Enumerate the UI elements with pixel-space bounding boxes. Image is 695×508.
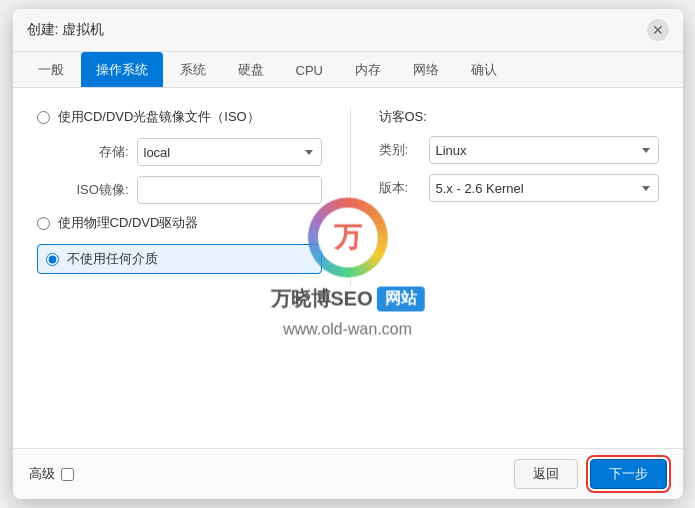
tab-disk[interactable]: 硬盘: [223, 52, 279, 87]
visitor-os-label: 访客OS:: [379, 108, 659, 126]
storage-select[interactable]: locallocal-lvm: [137, 138, 322, 166]
radio-physical-option[interactable]: 使用物理CD/DVD驱动器: [37, 214, 322, 232]
storage-label: 存储:: [59, 143, 129, 161]
advanced-checkbox[interactable]: [61, 468, 74, 481]
radio-iso-label: 使用CD/DVD光盘镜像文件（ISO）: [58, 108, 260, 126]
tab-os[interactable]: 操作系统: [81, 52, 163, 87]
right-column: 访客OS: 类别: LinuxWindowsOther 版本: 5.x - 2.…: [379, 108, 659, 286]
radio-iso[interactable]: [37, 111, 50, 124]
left-column: 使用CD/DVD光盘镜像文件（ISO） 存储: locallocal-lvm I…: [37, 108, 322, 286]
version-label: 版本:: [379, 179, 421, 197]
radio-iso-option[interactable]: 使用CD/DVD光盘镜像文件（ISO）: [37, 108, 322, 126]
version-row: 版本: 5.x - 2.6 Kernel4.x/3.x/2.6 KernelOt…: [379, 174, 659, 202]
radio-physical[interactable]: [37, 217, 50, 230]
category-select[interactable]: LinuxWindowsOther: [429, 136, 659, 164]
tab-memory[interactable]: 内存: [340, 52, 396, 87]
radio-none[interactable]: [46, 253, 59, 266]
category-label: 类别:: [379, 141, 421, 159]
watermark-brand-highlight: 网站: [377, 287, 425, 312]
title-bar-left: 创建: 虚拟机: [27, 21, 105, 39]
category-row: 类别: LinuxWindowsOther: [379, 136, 659, 164]
main-window: 创建: 虚拟机 ✕ 一般 操作系统 系统 硬盘 CPU 内存 网络 确认 使用C…: [13, 9, 683, 499]
advanced-label: 高级: [29, 465, 55, 483]
next-button[interactable]: 下一步: [590, 459, 667, 489]
version-select[interactable]: 5.x - 2.6 Kernel4.x/3.x/2.6 KernelOther: [429, 174, 659, 202]
iso-label: ISO镜像:: [59, 181, 129, 199]
watermark-url: www.old-wan.com: [283, 321, 412, 339]
tab-general[interactable]: 一般: [23, 52, 79, 87]
tab-system[interactable]: 系统: [165, 52, 221, 87]
advanced-area: 高级: [29, 465, 74, 483]
tab-confirm[interactable]: 确认: [456, 52, 512, 87]
radio-none-label: 不使用任何介质: [67, 250, 158, 268]
iso-input[interactable]: [137, 176, 322, 204]
watermark-brand: 万晓博SEO 网站: [270, 286, 424, 313]
iso-row: ISO镜像:: [59, 176, 322, 204]
two-column-layout: 使用CD/DVD光盘镜像文件（ISO） 存储: locallocal-lvm I…: [37, 108, 659, 286]
tab-network[interactable]: 网络: [398, 52, 454, 87]
close-button[interactable]: ✕: [647, 19, 669, 41]
radio-physical-label: 使用物理CD/DVD驱动器: [58, 214, 199, 232]
tab-cpu[interactable]: CPU: [281, 54, 338, 86]
content-area: 使用CD/DVD光盘镜像文件（ISO） 存储: locallocal-lvm I…: [13, 88, 683, 448]
window-title: 创建: 虚拟机: [27, 21, 105, 39]
back-button[interactable]: 返回: [514, 459, 578, 489]
storage-row: 存储: locallocal-lvm: [59, 138, 322, 166]
tab-bar: 一般 操作系统 系统 硬盘 CPU 内存 网络 确认: [13, 52, 683, 88]
column-divider: [350, 108, 351, 286]
footer: 高级 返回 下一步: [13, 448, 683, 499]
title-bar: 创建: 虚拟机 ✕: [13, 9, 683, 52]
radio-none-option[interactable]: 不使用任何介质: [37, 244, 322, 274]
watermark-brand-text: 万晓博SEO: [270, 286, 372, 313]
